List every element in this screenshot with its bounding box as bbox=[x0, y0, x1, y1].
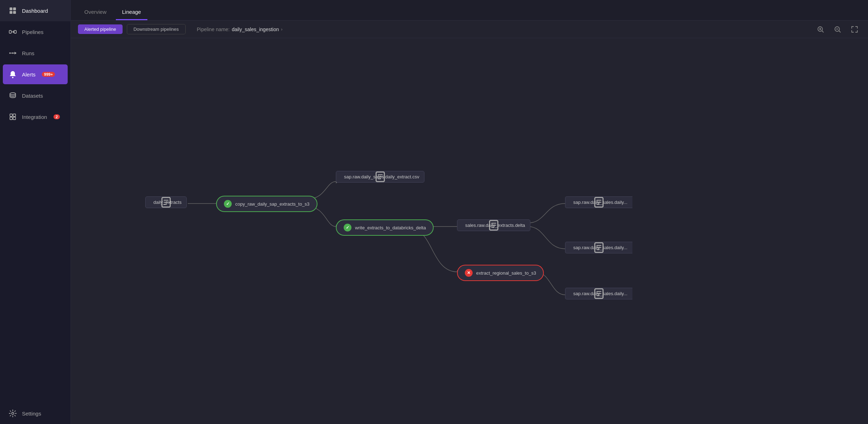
sidebar-item-runs-label: Runs bbox=[22, 50, 34, 56]
sidebar-item-dashboard-label: Dashboard bbox=[22, 8, 48, 14]
sidebar-item-alerts[interactable]: Alerts 999+ bbox=[3, 64, 68, 84]
integration-badge: 2 bbox=[53, 114, 60, 119]
node-sap-daily-sales-1[interactable]: sap.raw.daily_sales.daily... bbox=[565, 196, 632, 208]
sidebar-item-pipelines-label: Pipelines bbox=[22, 29, 44, 35]
zoom-in-button[interactable] bbox=[814, 24, 827, 34]
alerts-badge: 999+ bbox=[42, 72, 55, 77]
tabs-bar: Overview Lineage bbox=[71, 0, 868, 21]
sidebar-item-datasets-label: Datasets bbox=[22, 93, 43, 99]
success-icon-2: ✓ bbox=[344, 224, 351, 231]
node-sap-daily-sales-2-label: sap.raw.daily_sales.daily... bbox=[573, 245, 627, 250]
pipelines-icon bbox=[9, 28, 17, 36]
edges-svg bbox=[71, 38, 868, 424]
svg-rect-3 bbox=[13, 11, 16, 14]
pipeline-name-prefix: Pipeline name: bbox=[197, 27, 230, 32]
svg-point-13 bbox=[10, 93, 16, 95]
node-sales-raw-delta-label: sales.raw.daily_extracts.delta bbox=[465, 223, 525, 228]
svg-line-22 bbox=[822, 31, 823, 32]
dashboard-icon bbox=[9, 6, 17, 15]
svg-point-12 bbox=[12, 77, 13, 78]
node-copy-raw-label: copy_raw_daily_sap_extracts_to_s3 bbox=[235, 201, 310, 207]
node-extract-regional-label: extract_regional_sales_to_s3 bbox=[476, 270, 536, 276]
svg-point-7 bbox=[9, 52, 11, 54]
svg-rect-16 bbox=[10, 117, 12, 120]
fit-view-icon bbox=[851, 26, 858, 33]
node-daily-extracts-label: daily_extracts bbox=[153, 200, 181, 205]
svg-rect-4 bbox=[9, 30, 11, 33]
main-content: Overview Lineage Alerted pipeline Downst… bbox=[71, 0, 868, 424]
sidebar-item-dashboard[interactable]: Dashboard bbox=[0, 0, 71, 21]
alerted-pipeline-button[interactable]: Alerted pipeline bbox=[78, 24, 123, 34]
tab-lineage[interactable]: Lineage bbox=[116, 5, 147, 20]
sidebar-item-integration[interactable]: Integration 2 bbox=[0, 106, 71, 127]
svg-rect-1 bbox=[13, 7, 16, 10]
error-icon: ✕ bbox=[465, 269, 473, 277]
sidebar-item-alerts-label: Alerts bbox=[22, 71, 35, 78]
node-sap-raw-csv[interactable]: sap.raw.daily_sales.daily_extract.csv bbox=[336, 171, 424, 183]
sidebar: Dashboard Pipelines Runs bbox=[0, 0, 71, 424]
integration-icon bbox=[9, 113, 17, 121]
node-sap-daily-sales-3-label: sap.raw.daily_sales.daily... bbox=[573, 291, 627, 296]
pipeline-name-value: daily_sales_ingestion bbox=[232, 27, 279, 32]
node-sap-daily-sales-3[interactable]: sap.raw.daily_sales.daily... bbox=[565, 288, 632, 299]
svg-rect-15 bbox=[13, 114, 16, 116]
svg-point-18 bbox=[12, 412, 14, 414]
sidebar-item-datasets[interactable]: Datasets bbox=[0, 85, 71, 106]
datasets-icon bbox=[9, 91, 17, 100]
sidebar-item-pipelines[interactable]: Pipelines bbox=[0, 21, 71, 42]
svg-line-25 bbox=[839, 31, 840, 32]
node-write-extracts-label: write_extracts_to_databricks_delta bbox=[355, 225, 426, 230]
node-sap-raw-csv-label: sap.raw.daily_sales.daily_extract.csv bbox=[344, 174, 419, 179]
node-copy-raw[interactable]: ✓ copy_raw_daily_sap_extracts_to_s3 bbox=[216, 196, 317, 212]
sidebar-item-integration-label: Integration bbox=[22, 114, 47, 120]
node-daily-extracts[interactable]: daily_extracts bbox=[145, 196, 187, 208]
sidebar-item-runs[interactable]: Runs bbox=[0, 42, 71, 64]
sidebar-item-settings[interactable]: Settings bbox=[0, 403, 71, 424]
runs-icon bbox=[9, 49, 17, 57]
svg-rect-14 bbox=[10, 114, 12, 116]
alerts-icon bbox=[9, 70, 17, 79]
sidebar-item-settings-label: Settings bbox=[22, 411, 41, 417]
node-sap-daily-sales-2[interactable]: sap.raw.daily_sales.daily... bbox=[565, 242, 632, 253]
node-write-extracts[interactable]: ✓ write_extracts_to_databricks_delta bbox=[336, 219, 434, 236]
node-extract-regional[interactable]: ✕ extract_regional_sales_to_s3 bbox=[457, 265, 544, 281]
svg-rect-2 bbox=[10, 11, 12, 14]
tab-overview[interactable]: Overview bbox=[78, 5, 113, 20]
zoom-in-icon bbox=[817, 26, 824, 33]
settings-icon bbox=[9, 409, 17, 418]
zoom-out-button[interactable] bbox=[831, 24, 844, 34]
chevron-right-icon: › bbox=[281, 27, 282, 32]
pipeline-name-section: Pipeline name: daily_sales_ingestion › bbox=[197, 27, 283, 32]
toolbar: Alerted pipeline Downstream pipelines Pi… bbox=[71, 21, 868, 38]
lineage-canvas[interactable]: daily_extracts ✓ copy_raw_daily_sap_extr… bbox=[71, 38, 868, 424]
node-sap-daily-sales-1-label: sap.raw.daily_sales.daily... bbox=[573, 200, 627, 205]
svg-point-8 bbox=[12, 52, 13, 54]
fit-view-button[interactable] bbox=[848, 24, 861, 34]
svg-rect-0 bbox=[10, 7, 12, 10]
node-sales-raw-delta[interactable]: sales.raw.daily_extracts.delta bbox=[457, 219, 530, 231]
svg-rect-17 bbox=[13, 117, 16, 120]
zoom-out-icon bbox=[834, 26, 841, 33]
success-icon: ✓ bbox=[224, 200, 232, 208]
downstream-pipelines-button[interactable]: Downstream pipelines bbox=[127, 24, 186, 34]
